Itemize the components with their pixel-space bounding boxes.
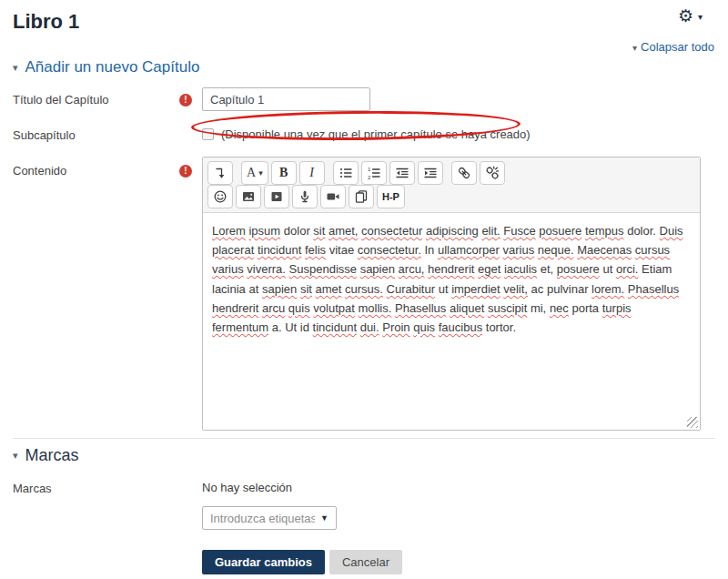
tags-combobox[interactable]: ▼ [202, 506, 337, 530]
page-title: Libro 1 [13, 9, 715, 35]
editor-word: tincidunt [258, 243, 301, 257]
editor-word: vitae [329, 243, 354, 257]
editor-word: Etiam [642, 262, 672, 276]
editor-word: sit [300, 282, 312, 296]
editor-word: ac [531, 282, 544, 296]
editor-word: tincidunt [313, 320, 357, 334]
editor-word: ipsum [248, 224, 280, 238]
editor-word: Curabitur [387, 282, 435, 296]
editor-word: adipiscing [426, 224, 479, 238]
triangle-down-icon: ▾ [13, 62, 18, 74]
editor-word: hendrerit [212, 301, 258, 315]
editor-word: lorem. [592, 282, 624, 296]
editor-word: lacinia [212, 282, 246, 296]
editor-word: elit. [481, 224, 500, 238]
editor-word: Lorem [212, 224, 246, 238]
content-field-label: Contenido [13, 164, 66, 178]
form-row-content: Contenido ! A▾BI12H-P Lorem ipsum dolor … [13, 157, 715, 431]
editor-word: at [248, 282, 258, 296]
editor-word: fermentum [212, 320, 268, 334]
editor-word: sapien [262, 282, 297, 296]
editor-word: Proin [382, 320, 410, 334]
label-col: Marcas [13, 476, 202, 495]
editor-word: varius [212, 262, 244, 276]
editor-word: quis [413, 320, 435, 334]
editor-btn-manage-files[interactable] [349, 185, 374, 208]
editor-word: imperdiet [451, 282, 500, 296]
page: Libro 1 ⚙ ▾ ▾Colapsar todo ▾ Añadir un n… [0, 0, 728, 579]
editor-word: a. [272, 320, 282, 334]
editor-content[interactable]: Lorem ipsum dolor sit amet, consectetur … [203, 213, 700, 430]
form-row-tags: Marcas No hay selección [13, 476, 715, 495]
editor-btn-image[interactable] [236, 185, 261, 208]
editor-word: suscipit [488, 301, 527, 315]
editor-word: velit, [503, 282, 528, 296]
editor-btn-unordered-list[interactable] [333, 161, 359, 185]
subchapter-checkbox-row: (Disponible una vez que el primer capítu… [202, 123, 531, 141]
editor-btn-outdent[interactable] [389, 161, 415, 185]
editor-word: aliquet [450, 301, 484, 315]
save-button[interactable]: Guardar cambios [202, 550, 325, 574]
editor-word: placerat [212, 243, 254, 257]
editor-word: orci. [616, 262, 639, 276]
editor-btn-record-audio[interactable] [292, 185, 318, 208]
tags-field-label: Marcas [13, 482, 52, 495]
svg-text:2: 2 [368, 175, 371, 180]
collapse-all-link[interactable]: ▾Colapsar todo [632, 40, 714, 54]
editor-word: volutpat [313, 301, 355, 315]
toolbar-group [451, 161, 505, 185]
label-col: Título del Capítulo ! [13, 87, 202, 107]
editor-word: neque. [538, 243, 574, 257]
title-field-label: Título del Capítulo [13, 93, 109, 107]
gear-icon: ⚙ [678, 7, 693, 25]
editor-word: mi, [531, 301, 546, 315]
editor-word: iaculis [504, 262, 537, 276]
editor-word: ut [602, 262, 612, 276]
editor-word: consectetur [361, 224, 422, 238]
chapter-title-input[interactable] [202, 87, 370, 111]
editor-btn-emoji[interactable] [207, 185, 233, 208]
editor-word: dui. [360, 320, 379, 334]
editor-word: amet [316, 282, 342, 296]
subchapter-checkbox[interactable] [202, 128, 214, 140]
editor-word: sit [313, 224, 325, 238]
editor-btn-bold[interactable]: B [271, 161, 297, 185]
editor-word: consectetur. [358, 243, 421, 257]
toolbar-group [207, 161, 233, 185]
section-header-tags[interactable]: ▾ Marcas [13, 446, 715, 465]
editor-btn-indent[interactable] [418, 161, 443, 185]
required-icon: ! [179, 94, 192, 107]
editor-btn-unlink[interactable] [480, 161, 505, 185]
editor-btn-link[interactable] [451, 161, 477, 185]
editor-word: hendrerit [428, 262, 474, 276]
editor-btn-collapse-toolbar[interactable] [207, 161, 233, 185]
editor-word: mollis. [359, 301, 392, 315]
required-icon: ! [179, 165, 192, 178]
svg-text:1: 1 [368, 167, 371, 172]
editor-word: eget [478, 262, 500, 276]
resize-handle[interactable] [687, 417, 698, 428]
editor-btn-ordered-list[interactable]: 12 [361, 161, 387, 185]
section-header-add-chapter[interactable]: ▾ Añadir un nuevo Capítulo [13, 58, 715, 76]
actions-menu-button[interactable]: ⚙ ▾ [678, 7, 703, 25]
editor-word: ullamcorper [438, 243, 500, 257]
editor-btn-record-video[interactable] [320, 185, 346, 208]
editor-word: Duis [660, 224, 683, 238]
toolbar-group: A▾BI [241, 161, 325, 185]
editor-word: et, [541, 262, 553, 276]
editor-btn-font-styles[interactable]: A▾ [241, 161, 268, 185]
editor-word: amet, [329, 224, 359, 238]
editor-word: dolor [284, 224, 310, 238]
subchapter-hint: (Disponible una vez que el primer capítu… [221, 127, 531, 141]
editor-word: Suspendisse [289, 262, 357, 276]
tags-input[interactable] [210, 512, 315, 525]
section-divider [13, 438, 715, 439]
toolbar-group: H-P [207, 185, 405, 208]
editor-btn-h5p[interactable]: H-P [377, 185, 405, 208]
cancel-button[interactable]: Cancelar [329, 550, 402, 574]
section-title: Marcas [25, 446, 79, 465]
label-col: Contenido ! [13, 157, 202, 178]
editor-word: Phasellus [395, 301, 446, 315]
editor-btn-media[interactable] [264, 185, 289, 208]
editor-btn-italic[interactable]: I [299, 161, 325, 185]
